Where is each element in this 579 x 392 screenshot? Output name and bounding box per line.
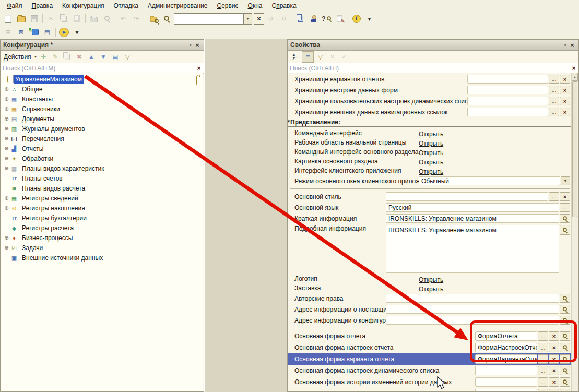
choose-button[interactable]: ... (549, 108, 559, 116)
choose-button[interactable]: ... (538, 354, 548, 364)
property-value-field[interactable] (475, 366, 537, 375)
choose-button[interactable]: ... (549, 192, 559, 201)
clear-button[interactable]: × (549, 389, 559, 391)
property-value-field[interactable]: IRONSKILLS: Управление магазином (386, 214, 559, 223)
menu-item-0[interactable]: Файл (2, 1, 27, 11)
property-value-field[interactable]: ФормаНастроекОтчета (475, 343, 537, 352)
magnifier-button[interactable] (560, 294, 570, 303)
property-row-8[interactable]: Картинка основного разделаОткрыть (288, 157, 572, 166)
tree-item-12[interactable]: ⊕▦Регистры сведений (1, 193, 203, 203)
choose-button[interactable]: ... (560, 203, 570, 212)
expander-icon[interactable]: ⊕ (3, 106, 10, 112)
property-row-18[interactable]: Авторские права (288, 293, 572, 304)
property-value-field[interactable] (386, 305, 559, 314)
property-row-24[interactable]: Основная форма варианта отчетаФормаВариа… (288, 353, 572, 365)
property-value-field[interactable]: IRONSKILLS: Управление магазином (386, 225, 559, 273)
close-icon[interactable]: × (569, 41, 576, 49)
tree-item-18[interactable]: ▣Внешние источники данных (1, 253, 203, 263)
clear-button[interactable]: × (560, 86, 570, 94)
expander-icon[interactable]: ⊕ (3, 116, 10, 122)
property-row-14[interactable]: Краткая информацияIRONSKILLS: Управление… (288, 213, 572, 224)
property-row-0[interactable]: Хранилище вариантов отчетов...× (288, 74, 572, 85)
open-link[interactable]: Открыть (419, 139, 443, 146)
search-clear-icon[interactable]: × (569, 63, 578, 73)
open-link[interactable]: Открыть (419, 158, 443, 165)
paste-button[interactable] (71, 13, 83, 25)
expander-icon[interactable]: ⊕ (3, 86, 10, 92)
choose-button[interactable]: ... (549, 75, 559, 84)
forward-button[interactable]: ↻ (278, 13, 290, 25)
configuration-tree-button[interactable]: ⊞ (2, 27, 14, 38)
properties-search-input[interactable] (288, 63, 569, 73)
apply-button[interactable]: ✔ (339, 52, 350, 62)
window-copy-button[interactable] (294, 13, 306, 25)
property-value-field[interactable] (467, 108, 548, 116)
menu-item-4[interactable]: Администрирование (143, 1, 212, 11)
magnifier-button[interactable] (560, 214, 570, 223)
tree-item-14[interactable]: TтРегистры бухгалтерии (1, 213, 203, 223)
tree-item-9[interactable]: ⊕▦Планы видов характеристик (1, 163, 203, 173)
undo-button[interactable]: ↶ (117, 13, 129, 25)
property-value-field[interactable] (467, 97, 548, 105)
clear-button[interactable]: × (560, 97, 570, 105)
expander-icon[interactable]: ⊕ (3, 156, 10, 161)
property-row-22[interactable]: Основная форма отчетаФормаОтчета...× (288, 330, 572, 342)
choose-button[interactable]: ... (538, 343, 548, 352)
expander-icon[interactable]: ⊕ (3, 195, 10, 201)
sort-list-button[interactable]: ▤ (110, 52, 121, 62)
property-value-field[interactable] (386, 294, 559, 303)
expander-icon[interactable]: ⊕ (3, 165, 10, 171)
client-application-form-button[interactable]: ▤ (41, 27, 53, 38)
property-value-field[interactable]: ФормаОтчета (475, 331, 537, 341)
sort-az-button[interactable]: AZ↓ (290, 52, 301, 62)
property-row-27[interactable]: Основная форма данных версии истории дан… (288, 388, 572, 391)
property-row-3[interactable]: Хранилище внешних данных навигационных с… (288, 106, 572, 117)
clear-button[interactable]: × (327, 52, 338, 62)
categories-button[interactable]: ≡ (302, 51, 314, 63)
edit-document-button[interactable]: ✎ (334, 13, 346, 25)
expander-icon[interactable]: ⊕ (3, 126, 10, 132)
expander-icon[interactable]: ⊕ (3, 205, 10, 211)
open-link[interactable]: Открыть (419, 129, 443, 137)
expander-icon[interactable]: ⊕ (3, 235, 10, 241)
tree-item-11[interactable]: ≋Планы видов расчета (1, 183, 203, 193)
menu-item-1[interactable]: Правка (27, 1, 58, 11)
magnifier-button[interactable] (560, 377, 570, 387)
delete-button[interactable]: ✖ (74, 52, 85, 62)
property-row-26[interactable]: Основная форма истории изменений истории… (288, 376, 572, 388)
move-up-button[interactable]: ▲ (86, 52, 97, 62)
redo-button[interactable]: ↷ (131, 13, 143, 25)
save-button[interactable] (28, 13, 40, 25)
scrollbar-thumb[interactable] (572, 81, 577, 217)
tree-item-16[interactable]: ⊕♦Бизнес-процессы (1, 233, 203, 243)
tree-item-10[interactable]: TтПланы счетов (1, 173, 203, 183)
vertical-scrollbar[interactable]: ▲ (571, 73, 578, 391)
pin-icon[interactable]: ⚬ (562, 42, 569, 48)
tree-item-6[interactable]: ⊕{..}Перечисления (1, 134, 203, 144)
filter-settings-button[interactable]: ▽ (315, 52, 326, 62)
open-link[interactable]: Открыть (419, 148, 443, 156)
property-row-16[interactable]: ЛоготипОткрыть (288, 274, 572, 283)
property-row-15[interactable]: Подробная информацияIRONSKILLS: Управлен… (288, 224, 572, 274)
filter-button[interactable]: ▽ (122, 52, 133, 62)
find-in-files-button[interactable] (147, 13, 159, 25)
clear-button[interactable]: × (560, 108, 570, 116)
back-button[interactable]: ↺ (265, 13, 277, 25)
clear-button[interactable]: × (549, 377, 559, 387)
actions-menu-button[interactable]: Действия (2, 53, 33, 61)
chevron-down-icon[interactable]: ▼ (561, 176, 570, 185)
tree-item-15[interactable]: ◆Регистры расчета (1, 223, 203, 233)
chevron-down-icon[interactable]: ▼ (243, 13, 252, 25)
clear-button[interactable]: × (549, 343, 559, 352)
choose-button[interactable]: ... (538, 389, 548, 391)
clear-button[interactable]: × (549, 366, 559, 375)
property-row-25[interactable]: Основная форма настроек динамического сп… (288, 365, 572, 376)
start-debugging-button[interactable]: ▶ (58, 27, 70, 38)
add-button[interactable]: ✚ (38, 52, 49, 62)
close-window-button[interactable]: ⊠ (15, 27, 27, 38)
clear-button[interactable]: × (560, 75, 570, 84)
pin-icon[interactable]: ⚬ (187, 42, 194, 48)
clear-button[interactable]: × (549, 354, 559, 364)
close-icon[interactable]: × (194, 41, 201, 49)
magnifier-button[interactable] (560, 354, 570, 364)
